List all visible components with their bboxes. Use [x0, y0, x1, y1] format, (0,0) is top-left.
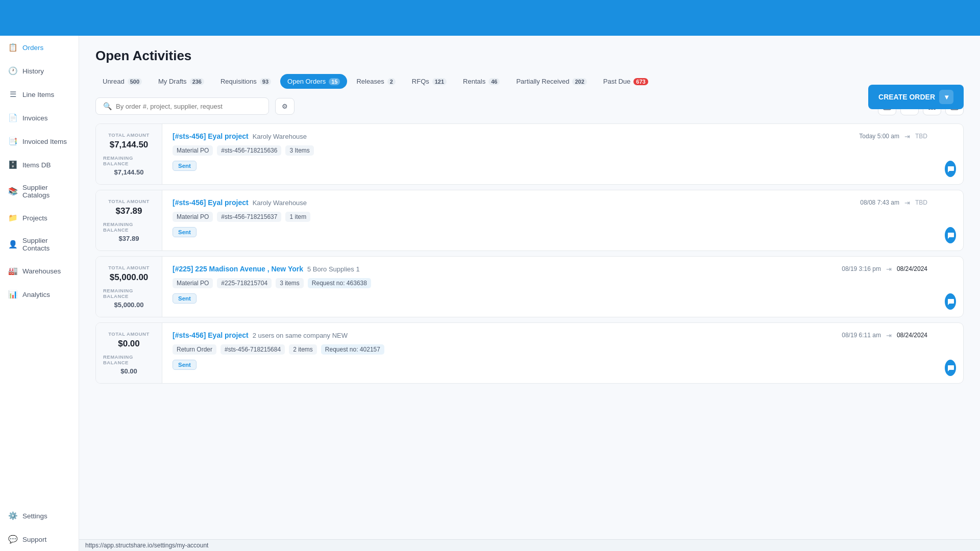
- create-order-button[interactable]: CREATE ORDER ▾: [868, 85, 964, 109]
- search-input[interactable]: [116, 103, 261, 110]
- arrow-icon: ⇥: [904, 199, 910, 207]
- order-tags-row: Material PO #sts-456-718215637 1 item: [173, 212, 927, 222]
- tab-open-orders[interactable]: Open Orders15: [280, 74, 347, 89]
- tab-past-due[interactable]: Past Due673: [596, 74, 655, 89]
- order-project[interactable]: [#sts-456] Eyal project: [173, 331, 249, 339]
- order-tags-row: Return Order #sts-456-718215684 2 items …: [173, 344, 927, 355]
- tab-label-releases: Releases: [356, 78, 384, 85]
- arrow-icon: ⇥: [886, 265, 892, 273]
- sidebar-item-warehouses[interactable]: 🏭Warehouses: [0, 259, 79, 283]
- request-tag: Request no: 402157: [321, 344, 384, 355]
- tab-badge-rentals: 46: [488, 78, 500, 85]
- arrow-icon: ⇥: [904, 133, 910, 140]
- status-badge: Sent: [173, 161, 197, 171]
- tab-partially-received[interactable]: Partially Received202: [509, 74, 594, 89]
- chat-button[interactable]: [945, 293, 956, 310]
- total-amount-value: $0.00: [118, 339, 140, 349]
- orders-list: TOTAL AMOUNT $7,144.50 REMAINING BALANCE…: [79, 123, 980, 539]
- tab-rfqs[interactable]: RFQs121: [405, 74, 454, 89]
- remaining-balance-value: $5,000.00: [114, 301, 144, 309]
- sidebar-item-supplier-catalogs[interactable]: 📚Supplier Catalogs: [0, 177, 79, 206]
- po-number-tag: #sts-456-718215636: [217, 145, 281, 156]
- order-project[interactable]: [#225] 225 Madison Avenue , New York: [173, 265, 303, 273]
- tab-requisitions[interactable]: Requisitions93: [213, 74, 278, 89]
- total-amount-value: $5,000.00: [110, 272, 149, 283]
- toolbar: 🔍 ⚙: [79, 89, 980, 123]
- order-project[interactable]: [#sts-456] Eyal project: [173, 198, 249, 207]
- order-action-area: [938, 124, 963, 184]
- tab-my-drafts[interactable]: My Drafts236: [151, 74, 211, 89]
- sidebar-item-invoiced-items[interactable]: 📑Invoiced Items: [0, 130, 79, 153]
- delivery-tbd: TBD: [915, 199, 927, 206]
- total-amount-value: $37.89: [116, 206, 142, 216]
- sidebar-item-history[interactable]: 🕐History: [0, 59, 79, 83]
- po-type-tag: Material PO: [173, 212, 213, 222]
- tab-badge-rfqs: 121: [432, 78, 447, 85]
- sidebar-item-line-items[interactable]: ☰Line Items: [0, 83, 79, 106]
- supplier-catalogs-icon: 📚: [8, 187, 17, 196]
- po-type-tag: Material PO: [173, 278, 213, 288]
- sidebar-label-line-items: Line Items: [22, 91, 54, 98]
- tab-unread[interactable]: Unread500: [95, 74, 149, 89]
- sidebar-label-support: Support: [22, 536, 46, 543]
- order-title-group: [#225] 225 Madison Avenue , New York 5 B…: [173, 265, 360, 273]
- remaining-balance-label: REMAINING BALANCE: [103, 155, 155, 166]
- sidebar-item-support[interactable]: 💬Support: [0, 528, 79, 551]
- chevron-down-icon: ▾: [939, 90, 953, 104]
- tab-releases[interactable]: Releases2: [349, 74, 402, 89]
- order-title-group: [#sts-456] Eyal project Karoly Warehouse: [173, 132, 307, 140]
- total-amount-label: TOTAL AMOUNT: [108, 331, 150, 337]
- sidebar-item-settings[interactable]: ⚙️Settings: [0, 504, 79, 528]
- sidebar-item-projects[interactable]: 📁Projects: [0, 206, 79, 230]
- tab-label-unread: Unread: [103, 78, 125, 85]
- po-type-tag: Return Order: [173, 344, 216, 355]
- tab-label-rfqs: RFQs: [412, 78, 429, 85]
- status-row: Sent: [173, 161, 927, 171]
- remaining-balance-value: $7,144.50: [114, 168, 144, 176]
- sidebar-item-supplier-contacts[interactable]: 👤Supplier Contacts: [0, 230, 79, 259]
- order-tags-row: Material PO #225-718215704 3 items Reque…: [173, 278, 927, 288]
- chat-button[interactable]: [945, 360, 956, 376]
- order-amount-panel: TOTAL AMOUNT $7,144.50 REMAINING BALANCE…: [96, 124, 162, 184]
- filter-button[interactable]: ⚙: [275, 98, 295, 115]
- order-supplier: 5 Boro Supplies 1: [307, 265, 360, 273]
- tab-badge-unread: 500: [128, 78, 142, 85]
- order-header-row: [#sts-456] Eyal project Karoly Warehouse…: [173, 198, 927, 207]
- tab-rentals[interactable]: Rentals46: [456, 74, 507, 89]
- warehouses-icon: 🏭: [8, 266, 17, 276]
- page-header: Open Activities Unread500My Drafts236Req…: [79, 36, 980, 89]
- order-info: [#225] 225 Madison Avenue , New York 5 B…: [162, 257, 938, 317]
- order-card: TOTAL AMOUNT $0.00 REMAINING BALANCE $0.…: [95, 322, 964, 384]
- order-header-row: [#sts-456] Eyal project Karoly Warehouse…: [173, 132, 927, 140]
- sidebar-label-supplier-contacts: Supplier Contacts: [22, 237, 70, 252]
- order-title-group: [#sts-456] Eyal project 2 users on same …: [173, 331, 348, 339]
- tab-badge-requisitions: 93: [260, 78, 271, 85]
- sidebar-item-invoices[interactable]: 📄Invoices: [0, 106, 79, 130]
- sidebar-label-invoices: Invoices: [22, 114, 48, 122]
- search-icon: 🔍: [103, 102, 112, 110]
- sidebar-label-orders: Orders: [22, 44, 43, 52]
- chat-button[interactable]: [945, 227, 956, 243]
- sidebar-item-items-db[interactable]: 🗄️Items DB: [0, 153, 79, 177]
- chat-button[interactable]: [945, 161, 956, 177]
- tab-label-open-orders: Open Orders: [287, 78, 326, 85]
- tab-badge-releases: 2: [387, 78, 396, 85]
- filter-icon: ⚙: [282, 103, 288, 110]
- sidebar-item-orders[interactable]: 📋Orders: [0, 36, 79, 59]
- invoiced-items-icon: 📑: [8, 137, 17, 146]
- order-info: [#sts-456] Eyal project Karoly Warehouse…: [162, 124, 938, 184]
- po-type-tag: Material PO: [173, 145, 213, 156]
- tab-badge-my-drafts: 236: [190, 78, 204, 85]
- sidebar-item-analytics[interactable]: 📊Analytics: [0, 283, 79, 306]
- header-area: Open Activities Unread500My Drafts236Req…: [79, 36, 980, 123]
- sidebar-label-projects: Projects: [22, 214, 47, 222]
- sidebar-label-items-db: Items DB: [22, 161, 51, 169]
- order-amount-panel: TOTAL AMOUNT $5,000.00 REMAINING BALANCE…: [96, 257, 162, 317]
- order-info: [#sts-456] Eyal project 2 users on same …: [162, 323, 938, 383]
- status-row: Sent: [173, 360, 927, 370]
- status-badge: Sent: [173, 360, 197, 370]
- top-bar: [0, 0, 980, 36]
- order-project[interactable]: [#sts-456] Eyal project: [173, 132, 249, 140]
- order-card: TOTAL AMOUNT $5,000.00 REMAINING BALANCE…: [95, 256, 964, 317]
- app-body: 📋Orders🕐History☰Line Items📄Invoices📑Invo…: [0, 36, 980, 551]
